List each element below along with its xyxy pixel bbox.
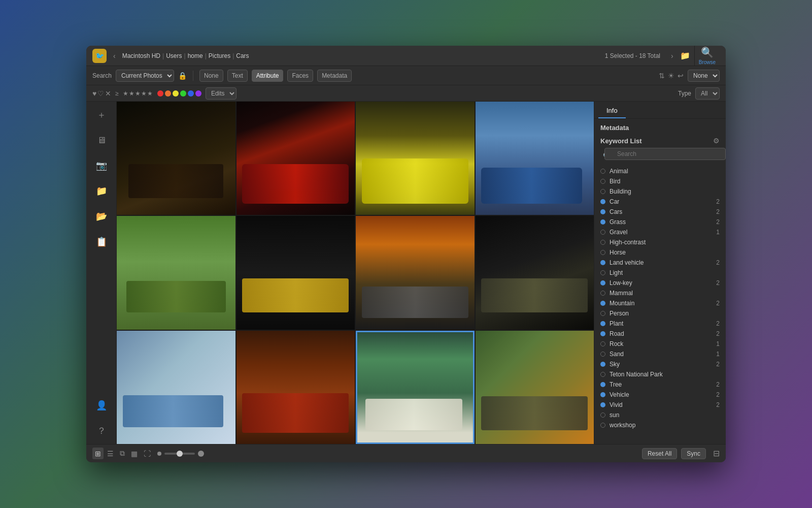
photo-cell-12[interactable] [476, 331, 594, 444]
sidebar-monitor-icon[interactable]: 🖥 [93, 132, 110, 148]
keyword-item[interactable]: Sand1 [594, 349, 726, 359]
sync-button[interactable]: Sync [681, 448, 706, 459]
keyword-item[interactable]: Sky2 [594, 359, 726, 369]
keyword-item[interactable]: Vehicle2 [594, 390, 726, 400]
color-dot-green[interactable] [180, 90, 186, 97]
photo-cell-5[interactable] [117, 216, 235, 329]
keyword-item[interactable]: Vivid2 [594, 400, 726, 410]
reset-all-button[interactable]: Reset All [642, 448, 677, 459]
sidebar-albums-icon[interactable]: 📂 [93, 208, 110, 225]
photo-cell-9[interactable] [117, 331, 235, 444]
view-icons: ⊞ ☰ ⧉ ▦ ⛶ [92, 448, 153, 459]
sidebar-folder-icon[interactable]: 📁 [93, 183, 110, 199]
keyword-item[interactable]: Grass2 [594, 217, 726, 227]
fullscreen-view-button[interactable]: ⛶ [141, 448, 153, 459]
breadcrumb-cars[interactable]: Cars [236, 52, 249, 59]
keyword-item[interactable]: Person [594, 308, 726, 319]
photo-cell-1[interactable] [117, 102, 235, 215]
breadcrumb-home[interactable]: home [188, 52, 203, 59]
sidebar-add-icon[interactable]: ＋ [93, 107, 110, 123]
sidebar-user-icon[interactable]: 👤 [93, 397, 110, 414]
toolbar: Search Current Photos 🔒 None Text Attrib… [86, 66, 726, 85]
reject-icon[interactable]: ✕ [105, 89, 111, 98]
like-icon[interactable]: ♡ [97, 89, 104, 98]
sun-icon[interactable]: ☀ [668, 72, 674, 80]
photo-cell-6[interactable] [236, 216, 355, 329]
none-dropdown[interactable]: None [688, 70, 720, 82]
rating-icon[interactable]: ≥ [115, 90, 119, 97]
photo-cell-7[interactable] [356, 216, 475, 329]
color-dot-yellow[interactable] [173, 90, 179, 97]
keyword-item[interactable]: Road2 [594, 329, 726, 339]
tab-info[interactable]: Info [598, 104, 626, 118]
forward-button[interactable]: › [668, 51, 676, 61]
keyword-dot [600, 402, 605, 407]
breadcrumb-pictures[interactable]: Pictures [209, 52, 230, 59]
keyword-item[interactable]: Car2 [594, 197, 726, 207]
zoom-slider[interactable] [164, 453, 195, 455]
filter-attribute-button[interactable]: Attribute [252, 70, 284, 82]
color-dot-blue[interactable] [188, 90, 194, 97]
keyword-item[interactable]: Tree2 [594, 379, 726, 390]
sidebar-camera-icon[interactable]: 📷 [93, 157, 110, 174]
photo-cell-10[interactable] [236, 331, 355, 444]
undo-icon[interactable]: ↩ [678, 72, 684, 80]
keyword-item[interactable]: High-contrast [594, 237, 726, 247]
heart-icon[interactable]: ♥ [92, 89, 96, 98]
photo-cell-11[interactable] [356, 331, 475, 444]
sidebar-filters-icon[interactable]: 📋 [93, 234, 110, 250]
filter-none-button[interactable]: None [199, 70, 223, 82]
back-button[interactable]: ‹ [111, 51, 118, 61]
keyword-item[interactable]: workshop [594, 420, 726, 430]
lock-icon[interactable]: 🔒 [178, 72, 187, 80]
edits-select[interactable]: Edits [206, 87, 236, 100]
keyword-item[interactable]: Rock1 [594, 339, 726, 349]
keyword-item[interactable]: Horse [594, 247, 726, 258]
keyword-item[interactable]: Cars2 [594, 207, 726, 217]
grid-view-button[interactable]: ⊞ [92, 448, 104, 459]
keyword-item[interactable]: Animal [594, 166, 726, 176]
color-dot-purple[interactable] [195, 90, 201, 97]
sidebar-help-icon[interactable]: ？ [93, 423, 110, 439]
filter-faces-button[interactable]: Faces [287, 70, 313, 82]
keyword-name: sun [610, 411, 720, 419]
breadcrumb-root[interactable]: Macintosh HD [122, 52, 160, 59]
keyword-item[interactable]: Building [594, 186, 726, 197]
gear-icon[interactable]: ⚙ [713, 137, 720, 145]
search-select[interactable]: Current Photos [116, 70, 174, 82]
breadcrumb-users[interactable]: Users [166, 52, 182, 59]
filter-text-button[interactable]: Text [227, 70, 248, 82]
keyword-item[interactable]: Plant2 [594, 319, 726, 329]
keyword-item[interactable]: Teton National Park [594, 369, 726, 379]
list-view-button[interactable]: ☰ [105, 448, 116, 459]
type-select[interactable]: All [695, 87, 720, 100]
color-dot-red[interactable] [157, 90, 163, 97]
sort-icons: ⇅ ☀ ↩ [659, 72, 684, 80]
keyword-item[interactable]: Bird [594, 176, 726, 186]
keyword-dot [600, 321, 605, 326]
keyword-item[interactable]: Low-key2 [594, 278, 726, 288]
browse-icon[interactable]: 🔍 [701, 46, 714, 58]
photo-cell-4[interactable] [476, 102, 594, 215]
keyword-list: AnimalBirdBuildingCar2Cars2Grass2Gravel1… [594, 166, 726, 444]
keyword-header: Keyword List ⚙ [594, 135, 726, 148]
keyword-item[interactable]: sun [594, 410, 726, 420]
compare-view-button[interactable]: ⧉ [117, 448, 127, 459]
filter-metadata-button[interactable]: Metadata [317, 70, 352, 82]
folder-icon[interactable]: 📁 [680, 51, 690, 60]
filmstrip-view-button[interactable]: ▦ [128, 448, 140, 459]
keyword-item[interactable]: Mountain2 [594, 298, 726, 308]
photo-cell-8[interactable] [476, 216, 594, 329]
star-rating[interactable]: ★★★★★ [123, 90, 153, 97]
keyword-item[interactable]: Light [594, 268, 726, 278]
color-dot-orange[interactable] [165, 90, 171, 97]
keyword-item[interactable]: Mammal [594, 288, 726, 298]
sort-icon[interactable]: ⇅ [659, 72, 665, 80]
photo-cell-2[interactable] [236, 102, 355, 215]
keyword-item[interactable]: Land vehicle2 [594, 258, 726, 268]
photo-cell-3[interactable] [356, 102, 475, 215]
keyword-search-input[interactable] [604, 148, 726, 160]
keyword-item[interactable]: Gravel1 [594, 227, 726, 237]
keyword-count: 2 [716, 320, 720, 327]
panel-toggle-icon[interactable]: ⊟ [713, 449, 720, 458]
